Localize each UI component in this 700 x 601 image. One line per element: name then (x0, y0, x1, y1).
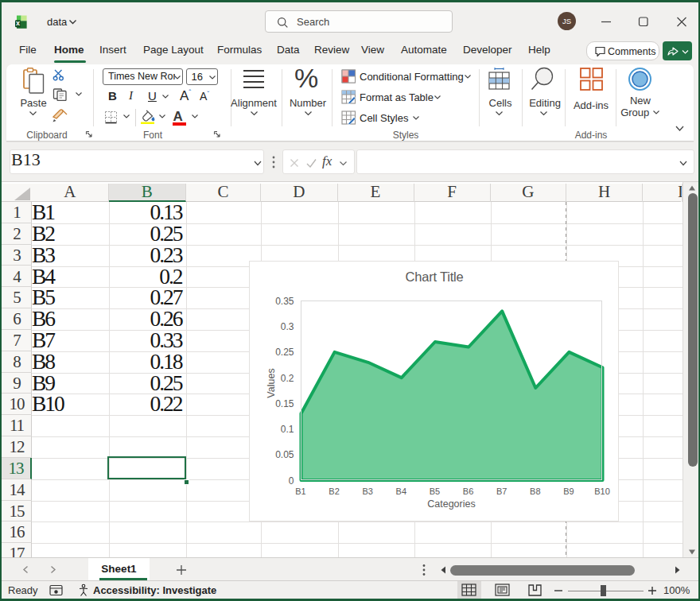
svg-text:x: x (16, 19, 20, 27)
